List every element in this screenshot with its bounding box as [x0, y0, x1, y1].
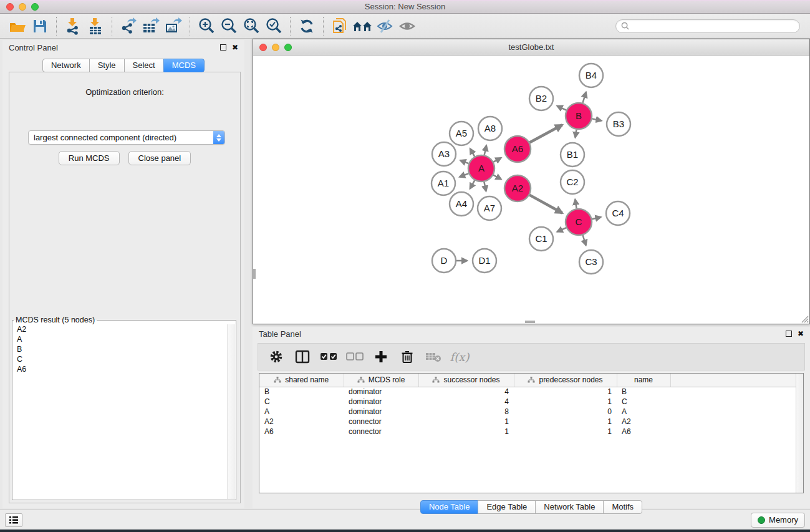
close-table-panel-icon[interactable]: ✖ [798, 331, 804, 337]
close-network-button[interactable] [259, 44, 267, 51]
show-task-history-button[interactable] [5, 513, 22, 527]
table-row[interactable]: Cdominator 41 C [259, 397, 803, 407]
node-B2[interactable]: B2 [529, 87, 553, 110]
edge-B-B2[interactable] [557, 106, 566, 110]
node-A8[interactable]: A8 [478, 117, 502, 140]
horizontal-scroll-hint[interactable] [525, 321, 535, 323]
column-header-successor-nodes[interactable]: successor nodes [418, 374, 514, 387]
float-panel-icon[interactable] [220, 44, 226, 51]
select-all-button[interactable] [319, 347, 338, 366]
edge-A-A1[interactable] [460, 173, 468, 177]
tab-network[interactable]: Network [42, 59, 90, 72]
save-session-button[interactable] [29, 16, 51, 36]
minimize-network-button[interactable] [272, 44, 279, 51]
tab-edge-table[interactable]: Edge Table [478, 500, 536, 514]
table-row[interactable]: Adominator 80 A [259, 407, 803, 417]
run-mcds-button[interactable]: Run MCDS [59, 151, 120, 165]
export-table-button[interactable] [140, 16, 162, 36]
open-file-button[interactable] [6, 16, 29, 36]
column-header-mcds-role[interactable]: MCDS role [344, 374, 418, 387]
table-row[interactable]: A6connector 11 A6 [259, 427, 803, 437]
zoom-network-button[interactable] [284, 44, 292, 51]
table-row[interactable]: A2connector 11 A2 [259, 417, 803, 427]
resize-grip-icon[interactable] [800, 314, 809, 323]
edge-A6-B[interactable] [529, 125, 562, 142]
criterion-dropdown[interactable]: largest connected component (directed) [28, 130, 225, 145]
edge-C-C4[interactable] [592, 217, 600, 219]
export-image-button[interactable] [162, 16, 185, 36]
column-header-shared-name[interactable]: shared name [259, 374, 344, 387]
node-B[interactable]: B [566, 103, 592, 129]
apply-layout-button[interactable] [296, 16, 318, 36]
node-A2[interactable]: A2 [504, 175, 531, 201]
node-C3[interactable]: C3 [579, 250, 603, 274]
node-D1[interactable]: D1 [473, 249, 496, 273]
edge-A-A3[interactable] [460, 160, 468, 163]
tab-select[interactable]: Select [124, 59, 164, 72]
export-network-button[interactable] [117, 16, 140, 36]
search-input[interactable] [632, 22, 794, 31]
tab-style[interactable]: Style [89, 59, 125, 72]
edge-A-A7[interactable] [484, 182, 486, 191]
result-scrollbar[interactable] [227, 324, 235, 499]
node-A4[interactable]: A4 [450, 192, 473, 216]
edge-B-B1[interactable] [575, 130, 576, 138]
node-C2[interactable]: C2 [561, 170, 584, 194]
minimize-window-button[interactable] [19, 3, 26, 11]
toggle-table-view-button[interactable] [293, 347, 312, 366]
first-neighbors-button[interactable] [351, 16, 374, 36]
edge-B-B3[interactable] [592, 118, 602, 120]
edge-C-C2[interactable] [575, 200, 576, 209]
delete-column-button[interactable] [398, 347, 417, 366]
close-window-button[interactable] [6, 3, 14, 11]
float-table-panel-icon[interactable] [786, 331, 792, 337]
tab-node-table[interactable]: Node Table [420, 500, 479, 514]
node-A7[interactable]: A7 [478, 196, 501, 220]
deselect-all-button[interactable] [345, 347, 364, 366]
memory-button[interactable]: Memory [751, 513, 805, 528]
node-A3[interactable]: A3 [432, 142, 456, 166]
close-panel-button[interactable]: Close panel [128, 151, 191, 165]
result-item[interactable]: A [13, 334, 227, 344]
column-header-name[interactable]: name [617, 374, 670, 387]
add-column-button[interactable] [372, 347, 390, 366]
column-header-predecessor-nodes[interactable]: predecessor nodes [514, 374, 617, 387]
node-C[interactable]: C [566, 209, 592, 235]
node-A[interactable]: A [468, 155, 494, 181]
result-item[interactable]: A6 [13, 364, 227, 374]
node-B1[interactable]: B1 [561, 143, 584, 167]
node-D[interactable]: D [432, 249, 456, 273]
result-item[interactable]: B [13, 344, 227, 354]
edge-A-A5[interactable] [470, 148, 475, 157]
zoom-fit-button[interactable] [240, 16, 263, 36]
search-field[interactable] [615, 19, 800, 33]
vertical-scroll-hint[interactable] [253, 269, 256, 279]
tab-motifs[interactable]: Motifs [603, 500, 642, 514]
node-A1[interactable]: A1 [432, 172, 455, 195]
table-settings-button[interactable] [267, 347, 286, 366]
network-window-titlebar[interactable]: testGlobe.txt [253, 39, 809, 56]
edge-A-A4[interactable] [470, 180, 475, 188]
table-scrollbar[interactable] [796, 374, 803, 493]
node-A6[interactable]: A6 [504, 136, 531, 162]
node-B3[interactable]: B3 [607, 112, 630, 136]
edge-B-B4[interactable] [582, 92, 586, 103]
tab-network-table[interactable]: Network Table [535, 500, 604, 514]
zoom-window-button[interactable] [31, 3, 39, 11]
edge-C-C3[interactable] [583, 235, 586, 245]
network-from-selection-button[interactable] [329, 16, 351, 36]
zoom-out-button[interactable] [218, 16, 240, 36]
node-A5[interactable]: A5 [450, 122, 473, 145]
edge-A-A6[interactable] [493, 158, 501, 162]
import-network-button[interactable] [62, 16, 84, 36]
result-item[interactable]: A2 [13, 324, 227, 334]
close-panel-icon[interactable]: ✖ [232, 44, 238, 51]
node-B4[interactable]: B4 [579, 64, 603, 87]
hide-selected-button[interactable] [374, 16, 396, 36]
tab-mcds[interactable]: MCDS [163, 59, 205, 72]
mcds-result-list[interactable]: A2 A B C A6 [13, 324, 227, 499]
table-row[interactable]: Bdominator 41 B [259, 387, 803, 397]
edge-A-A2[interactable] [493, 175, 501, 180]
edge-C-C1[interactable] [557, 228, 566, 231]
network-graph[interactable]: B4B2BB3A8A5A6B1A3AC2A1A2A4A7C4CC1C3DD1 [253, 56, 809, 321]
